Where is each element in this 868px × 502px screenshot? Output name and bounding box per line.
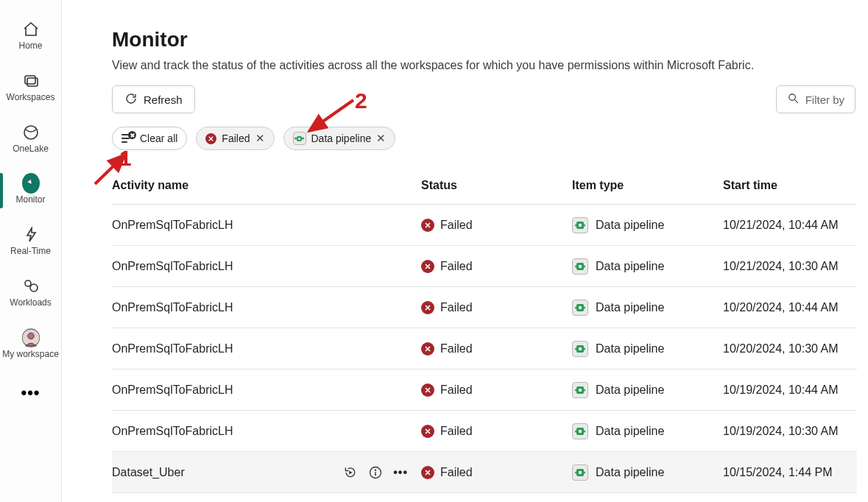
item-type-text: Data pipeline [596,219,664,232]
workloads-icon [22,277,40,295]
start-time-text: 10/19/2024, 10:44 AM [723,383,857,397]
activity-name: OnPremSqlToFabricLH [112,383,233,397]
svg-point-4 [30,284,38,291]
pipeline-icon [572,217,588,233]
nav-item-monitor[interactable]: Monitor [0,170,61,211]
pipeline-icon [572,258,588,275]
search-icon [787,92,800,107]
more-icon[interactable]: ••• [393,466,408,479]
failed-status-icon [421,219,434,232]
pipeline-icon [572,341,588,357]
status-text: Failed [440,425,473,438]
nav-item-workspaces[interactable]: Workspaces [0,68,61,109]
status-text: Failed [440,219,473,232]
start-time-text: 10/20/2024, 10:44 AM [723,301,857,314]
item-type-text: Data pipeline [596,466,664,479]
failed-status-icon [421,383,434,397]
main-content: Monitor View and track the status of the… [62,0,868,502]
clear-filters-icon [121,133,135,144]
start-time-text: 10/15/2024, 1:44 PM [723,466,857,479]
table-row[interactable]: OnPremSqlToFabricLH ••• Failed Data pipe… [112,328,857,370]
activity-name: OnPremSqlToFabricLH [112,219,233,232]
col-header-activity-name[interactable]: Activity name [112,179,421,192]
filter-chip-label: Data pipeline [311,132,372,144]
table-row[interactable]: Dataset_Uber ••• Failed Data pipeline 10… [112,452,857,493]
filter-chip-data-pipeline[interactable]: Data pipeline ✕ [283,127,396,150]
nav-item-my-workspace[interactable]: My workspace [0,325,61,366]
svg-point-2 [24,126,38,139]
home-icon [22,21,40,38]
filter-chip-label: Failed [222,132,250,144]
svg-rect-1 [27,78,38,86]
filter-chip-failed[interactable]: Failed ✕ [196,127,274,150]
failed-status-icon [421,425,434,438]
table-row[interactable]: OnPremSqlToFabricLH ••• Failed Data pipe… [112,411,857,452]
nav-label: Home [18,41,42,52]
clear-all-label: Clear all [140,132,177,144]
failed-icon [205,133,216,144]
toolbar: Refresh Filter by [112,85,855,113]
failed-status-icon [421,466,434,479]
workspaces-icon [22,72,40,90]
activity-name: OnPremSqlToFabricLH [112,342,233,356]
col-header-status[interactable]: Status [421,179,572,192]
nav-item-workloads[interactable]: Workloads [0,273,61,314]
svg-point-21 [375,469,376,470]
table-row[interactable]: OnPremSqlToFabricLH ••• Failed Data pipe… [112,370,857,411]
info-icon[interactable] [368,465,383,480]
nav-label: OneLake [13,144,49,155]
status-text: Failed [440,342,473,356]
start-time-text: 10/21/2024, 10:44 AM [723,219,857,232]
table-row[interactable]: OnPremSqlToFabricLH ••• Failed Data pipe… [112,287,857,328]
filters-row: Clear all Failed ✕ Data pipeline ✕ [112,127,868,150]
nav-label: Workspaces [7,93,55,103]
start-time-text: 10/21/2024, 10:30 AM [723,260,857,273]
nav-label: Monitor [15,195,45,205]
table-header-row: Activity name Status Item type Start tim… [112,166,857,205]
item-type-text: Data pipeline [596,342,664,356]
nav-item-onelake[interactable]: OneLake [0,119,61,160]
col-header-start-time[interactable]: Start time [723,179,857,192]
nav-label: Workloads [10,298,51,308]
onelake-icon [22,124,40,141]
failed-status-icon [421,301,434,314]
nav-label: Real-Time [10,247,51,257]
status-text: Failed [440,301,473,314]
start-time-text: 10/20/2024, 10:30 AM [723,342,857,356]
item-type-text: Data pipeline [596,260,664,273]
status-text: Failed [440,260,473,273]
monitor-icon [22,174,40,192]
table-row[interactable]: OnPremSqlToFabricLH ••• Failed Data pipe… [112,246,857,287]
svg-point-7 [788,94,795,100]
close-icon[interactable]: ✕ [376,132,386,145]
pipeline-icon [293,132,306,145]
svg-point-6 [27,333,34,339]
activity-name: OnPremSqlToFabricLH [112,260,233,273]
filter-search-input[interactable]: Filter by [776,85,855,113]
left-nav: Home Workspaces OneLake Monitor Real-Tim… [0,0,62,502]
clear-all-button[interactable]: Clear all [112,127,187,150]
rerun-icon[interactable] [343,465,358,480]
nav-item-home[interactable]: Home [0,16,61,57]
pipeline-icon [572,423,588,439]
pipeline-icon [572,300,588,316]
avatar-icon [22,329,40,347]
table-row[interactable]: OnPremSqlToFabricLH ••• Failed Data pipe… [112,205,857,246]
item-type-text: Data pipeline [596,383,664,397]
nav-more-button[interactable]: ••• [0,383,61,403]
pipeline-icon [572,464,588,481]
start-time-text: 10/19/2024, 10:30 AM [723,425,857,438]
close-icon[interactable]: ✕ [255,132,265,145]
nav-item-realtime[interactable]: Real-Time [0,222,61,263]
activity-name: Dataset_Uber [112,466,185,479]
refresh-button[interactable]: Refresh [112,85,195,113]
refresh-label: Refresh [144,93,183,106]
activity-table: Activity name Status Item type Start tim… [112,166,857,493]
nav-label: My workspace [2,350,59,360]
failed-status-icon [421,342,434,356]
pipeline-icon [572,382,588,398]
col-header-item-type[interactable]: Item type [572,179,723,192]
ellipsis-icon: ••• [21,383,40,403]
failed-status-icon [421,260,434,273]
page-title: Monitor [112,28,868,52]
